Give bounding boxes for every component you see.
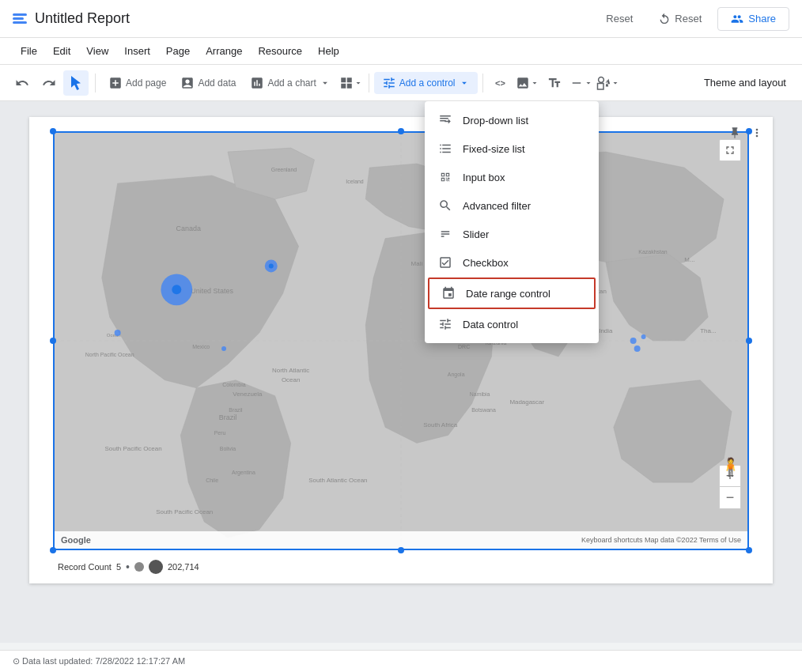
image-chevron-icon	[530, 78, 539, 88]
dropdown-item-fixed-size-list[interactable]: Fixed-size list	[425, 134, 599, 163]
checkbox-icon	[437, 255, 453, 270]
html-button[interactable]: <>	[488, 70, 513, 96]
svg-point-50	[641, 334, 646, 339]
svg-rect-53	[440, 118, 448, 119]
svg-text:Bolivia: Bolivia	[220, 446, 236, 451]
dropdown-item-date-range-control[interactable]: Date range control	[428, 277, 596, 309]
share-button[interactable]: Share	[717, 7, 789, 31]
svg-point-49	[630, 338, 637, 344]
grid-icon	[339, 76, 354, 90]
undo-button[interactable]	[9, 70, 35, 96]
svg-text:South Atlantic Ocean: South Atlantic Ocean	[308, 477, 367, 484]
redo-button[interactable]	[36, 70, 62, 96]
zoom-out-button[interactable]: −	[719, 487, 741, 509]
record-count-value: 5	[116, 562, 121, 572]
menu-help[interactable]: Help	[310, 42, 347, 60]
control-chevron-icon	[459, 77, 470, 89]
reset-button[interactable]: Reset	[596, 8, 642, 29]
chart-chevron-icon	[320, 77, 331, 89]
app-title: Untitled Report	[35, 10, 596, 27]
dropdown-item-dropdown-list[interactable]: Drop-down list	[425, 106, 599, 134]
status-text: ⊙ Data last updated: 7/28/2022 12:17:27 …	[13, 656, 185, 666]
dropdown-list-icon	[437, 112, 453, 128]
add-page-label: Add page	[126, 77, 166, 89]
pin-icon	[728, 126, 741, 139]
data-control-label: Data control	[463, 319, 518, 330]
report-canvas: Canada United States Brazil South Pacifi…	[29, 117, 773, 583]
add-data-icon	[180, 76, 195, 90]
map-container: Canada United States Brazil South Pacifi…	[53, 131, 749, 550]
advanced-filter-icon	[437, 198, 453, 213]
reset-icon	[658, 13, 671, 25]
svg-point-44	[172, 285, 181, 294]
status-bar: ⊙ Data last updated: 7/28/2022 12:17:27 …	[0, 650, 802, 672]
menu-view[interactable]: View	[78, 42, 116, 60]
image-icon	[516, 76, 530, 90]
svg-text:Mexico: Mexico	[192, 344, 210, 349]
more-shapes-button[interactable]	[596, 70, 621, 96]
shapes-icon	[596, 76, 611, 90]
data-control-icon	[437, 316, 453, 332]
text-icon	[547, 76, 562, 90]
select-button[interactable]	[63, 70, 89, 96]
shape-chevron-icon	[584, 78, 593, 88]
add-data-button[interactable]: Add data	[174, 72, 242, 94]
theme-layout-button[interactable]: Theme and layout	[698, 73, 793, 92]
slider-icon	[437, 226, 453, 242]
svg-text:DRC: DRC	[458, 344, 470, 349]
reset-button[interactable]: Reset	[649, 8, 711, 30]
image-button[interactable]	[515, 70, 540, 96]
component-button[interactable]	[339, 70, 364, 96]
svg-text:Argentina: Argentina	[232, 470, 255, 476]
add-page-button[interactable]: Add page	[102, 72, 172, 94]
menu-file[interactable]: File	[13, 42, 45, 60]
menu-page[interactable]: Page	[158, 42, 198, 60]
svg-text:North Atlantic: North Atlantic	[272, 367, 309, 374]
svg-text:Colombia: Colombia	[222, 382, 246, 387]
svg-text:South Pacific Ocean: South Pacific Ocean	[105, 445, 162, 452]
dropdown-item-advanced-filter[interactable]: Advanced filter	[425, 191, 599, 220]
street-view-person[interactable]: 🧍	[720, 457, 741, 478]
add-control-dropdown: Drop-down list Fixed-size list Input box…	[425, 101, 599, 343]
svg-text:United States: United States	[191, 287, 233, 295]
dropdown-item-checkbox[interactable]: Checkbox	[425, 248, 599, 277]
fullscreen-button[interactable]	[719, 139, 741, 161]
svg-text:Namibia: Namibia	[470, 391, 490, 397]
menu-arrange[interactable]: Arrange	[198, 42, 250, 60]
add-control-button[interactable]: Add a control	[374, 72, 478, 94]
shape-button[interactable]	[569, 70, 594, 96]
html-label: <>	[495, 78, 505, 88]
svg-text:Kazakhstan: Kazakhstan	[638, 250, 667, 255]
svg-text:Chile: Chile	[206, 478, 218, 483]
dropdown-item-data-control[interactable]: Data control	[425, 310, 599, 338]
text-button[interactable]	[542, 70, 567, 96]
svg-text:M...: M...	[684, 256, 694, 263]
menu-insert[interactable]: Insert	[116, 42, 158, 60]
svg-text:Ocean: Ocean	[282, 376, 300, 383]
redo-icon	[42, 76, 56, 90]
line-icon	[569, 76, 584, 90]
share-label: Share	[748, 13, 776, 25]
svg-text:Tha...: Tha...	[700, 327, 716, 334]
input-box-label: Input box	[463, 172, 505, 183]
record-count-label: Record Count	[58, 562, 112, 572]
add-control-label: Add a control	[399, 77, 456, 89]
calendar-icon	[441, 285, 456, 301]
fixed-size-list-label: Fixed-size list	[463, 143, 525, 155]
svg-text:Canada: Canada	[176, 225, 201, 232]
menu-edit[interactable]: Edit	[45, 42, 78, 60]
add-chart-button[interactable]: Add a chart	[244, 72, 336, 94]
menu-resource[interactable]: Resource	[250, 42, 310, 60]
more-options-button[interactable]	[747, 123, 766, 142]
svg-point-46	[269, 263, 274, 268]
dropdown-item-slider[interactable]: Slider	[425, 220, 599, 248]
chevron-down-icon	[354, 78, 363, 88]
svg-text:Brazil: Brazil	[219, 413, 236, 421]
svg-point-48	[115, 330, 121, 336]
svg-text:Greenland: Greenland	[271, 167, 297, 172]
more-vert-icon	[751, 126, 763, 139]
pin-button[interactable]	[725, 123, 744, 142]
svg-text:South Pacific Ocean: South Pacific Ocean	[156, 508, 213, 515]
map-attribution: Keyboard shortcuts Map data ©2022 Terms …	[581, 536, 741, 544]
dropdown-item-input-box[interactable]: Input box	[425, 163, 599, 191]
